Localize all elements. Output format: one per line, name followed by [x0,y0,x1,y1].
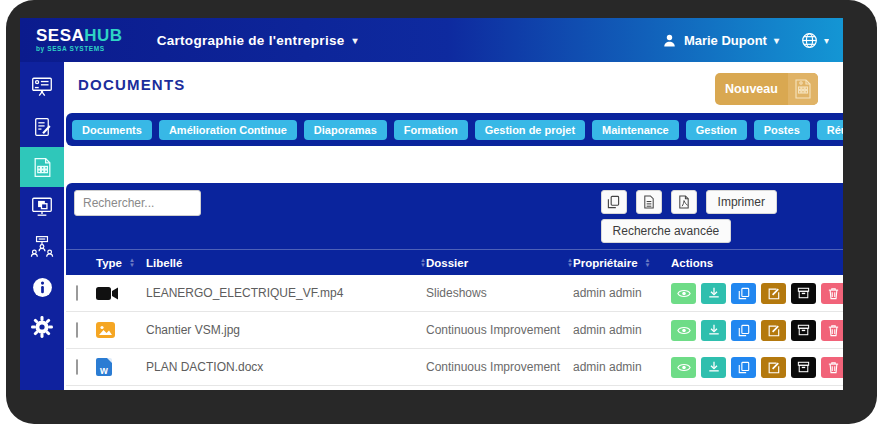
topbar-right-group: Marie Dupont ▾ ▾ [662,32,829,49]
page-header: DOCUMENTS Nouveau [64,62,843,110]
print-button[interactable]: Imprimer [706,190,777,214]
video-file-icon [96,286,120,301]
archive-button[interactable] [791,283,816,304]
edit-icon [767,287,780,300]
duplicate-button[interactable] [731,283,756,304]
sidebar-item-workflow[interactable] [20,227,64,267]
eye-icon [677,325,691,336]
category-chip-amelioration-continue[interactable]: Amélioration Continue [159,120,297,140]
info-icon [31,276,54,299]
sidebar-item-screens[interactable] [20,187,64,227]
document-owner: admin admin [573,286,642,300]
advanced-search-button[interactable]: Recherche avancée [601,219,732,243]
edit-icon [767,361,780,374]
user-menu-dropdown[interactable]: Marie Dupont ▾ [662,33,779,48]
new-document-button[interactable]: Nouveau [715,73,818,105]
archive-button[interactable] [791,357,816,378]
category-chip-documents[interactable]: Documents [72,120,152,140]
org-chart-icon [30,235,54,259]
document-folder: Slideshows [426,286,487,300]
app-title-dropdown[interactable]: Cartographie de l'entreprise ▾ [157,33,358,48]
archive-box-icon [797,287,810,299]
sort-icon[interactable]: ▲▼ [420,258,426,268]
column-header-proprietaire[interactable]: Propriétaire [573,257,638,269]
table-header-row: Type▲▼ Libellé▲▼ Dossier▲▼ Propriétaire▲… [66,249,843,275]
download-button[interactable] [701,283,726,304]
app-title-label: Cartographie de l'entreprise [157,33,345,48]
export-buttons-group: Imprimer Recherche avancée [601,190,777,243]
category-chip-postes[interactable]: Postes [754,120,810,140]
user-name-label: Marie Dupont [684,33,767,48]
documents-file-icon [31,156,54,179]
table-row: w PLAN DACTION.docx Continuous Improveme… [66,349,843,386]
sort-icon[interactable]: ▲▼ [645,258,651,268]
category-chip-reunions[interactable]: Réunions [817,120,843,140]
globe-icon [801,32,818,49]
logo-subtitle: by SESA SYSTEMS [36,46,123,53]
language-menu-dropdown[interactable]: ▾ [801,32,829,49]
document-label[interactable]: Chantier VSM.jpg [146,323,240,337]
table-row: Chantier VSM.jpg Continuous Improvement … [66,312,843,349]
chevron-down-icon: ▾ [824,35,829,46]
view-button[interactable] [671,283,696,304]
sidebar-nav [20,62,64,390]
copy-icon [607,195,620,209]
edit-button[interactable] [761,283,786,304]
top-navigation-bar: SESAHUB by SESA SYSTEMS Cartographie de … [20,18,843,62]
file-pdf-icon [678,195,690,209]
document-label[interactable]: PLAN DACTION.docx [146,360,263,374]
excel-export-button[interactable] [636,190,662,214]
category-chip-diaporamas[interactable]: Diaporamas [304,120,387,140]
sort-icon[interactable]: ▲▼ [567,258,573,268]
new-document-icon [788,73,818,105]
search-input[interactable] [74,190,201,216]
edit-button[interactable] [761,357,786,378]
copy-export-button[interactable] [601,190,627,214]
row-checkbox[interactable] [76,285,78,301]
column-header-libelle[interactable]: Libellé [146,257,182,269]
edit-button[interactable] [761,320,786,341]
pdf-export-button[interactable] [671,190,697,214]
download-button[interactable] [701,357,726,378]
column-header-type[interactable]: Type [96,257,122,269]
trash-icon [828,287,839,300]
category-chip-maintenance[interactable]: Maintenance [592,120,679,140]
duplicate-button[interactable] [731,320,756,341]
duplicate-button[interactable] [731,357,756,378]
logo-text: SESAHUB [36,27,123,44]
download-button[interactable] [701,320,726,341]
chevron-down-icon: ▾ [774,35,779,46]
sidebar-item-settings[interactable] [20,307,64,347]
view-button[interactable] [671,320,696,341]
column-header-actions[interactable]: Actions [671,257,713,269]
trash-icon [828,361,839,374]
edit-icon [767,324,780,337]
copy-icon [738,361,750,374]
category-chip-gestion[interactable]: Gestion [686,120,747,140]
column-header-dossier[interactable]: Dossier [426,257,468,269]
row-checkbox[interactable] [76,359,78,375]
sidebar-item-checklists[interactable] [20,107,64,147]
delete-button[interactable] [821,283,843,304]
eye-icon [677,362,691,373]
delete-button[interactable] [821,357,843,378]
sidebar-item-info[interactable] [20,267,64,307]
sidebar-item-documents[interactable] [20,147,64,187]
word-file-icon: w [96,358,112,376]
view-button[interactable] [671,357,696,378]
row-checkbox[interactable] [76,322,78,338]
page-title: DOCUMENTS [78,76,185,93]
sort-icon[interactable]: ▲▼ [129,258,135,268]
header-actions: Nouveau [715,72,843,105]
sesahub-logo: SESAHUB by SESA SYSTEMS [36,27,123,53]
category-chip-gestion-de-projet[interactable]: Gestion de projet [475,120,585,140]
eye-icon [677,288,691,299]
archive-box-icon [797,361,810,373]
logo-sesa: SESA [36,26,84,45]
sidebar-item-presentations[interactable] [20,67,64,107]
category-chip-formation[interactable]: Formation [394,120,468,140]
copy-icon [738,287,750,300]
document-label[interactable]: LEANERGO_ELECTRIQUE_VF.mp4 [146,286,343,300]
delete-button[interactable] [821,320,843,341]
archive-button[interactable] [791,320,816,341]
